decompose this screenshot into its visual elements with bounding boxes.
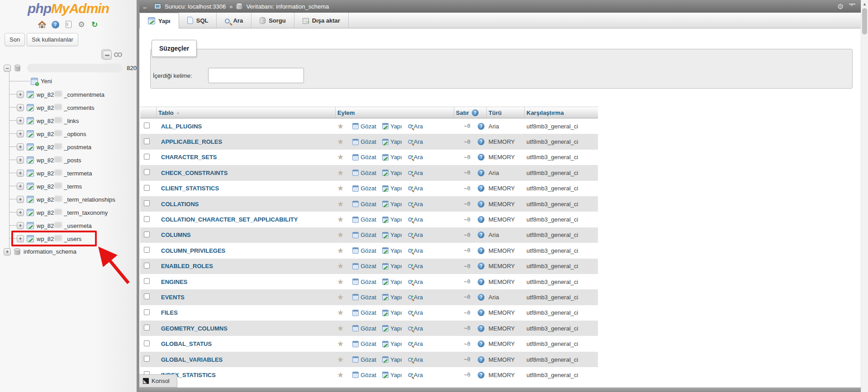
scrollbar-thumb[interactable] — [862, 8, 867, 34]
favorite-star-icon[interactable]: ★ — [337, 293, 344, 302]
table-name-link[interactable]: CHARACTER_SETS — [161, 154, 217, 161]
row-checkbox[interactable] — [144, 356, 150, 362]
row-count-help-icon[interactable]: ? — [478, 372, 484, 378]
row-count-help-icon[interactable]: ? — [478, 325, 484, 332]
search-link[interactable]: Ara — [408, 356, 423, 363]
browse-link[interactable]: Gözat — [352, 154, 376, 161]
favorite-tables-button[interactable]: Sık kullanılanlar — [27, 33, 78, 46]
row-checkbox[interactable] — [144, 293, 150, 299]
row-count-help-icon[interactable]: ? — [478, 154, 484, 161]
containing-word-input[interactable] — [208, 68, 304, 83]
rows-help-icon[interactable]: ? — [472, 109, 479, 116]
tab-sql[interactable]: SQL — [179, 13, 217, 28]
table-name-link[interactable]: CLIENT_STATISTICS — [161, 185, 219, 192]
search-link[interactable]: Ara — [408, 185, 423, 192]
search-link[interactable]: Ara — [408, 170, 423, 176]
phpmyadmin-logo[interactable]: phpMyAdmin — [0, 1, 137, 16]
row-count-help-icon[interactable]: ? — [478, 138, 484, 145]
row-count-help-icon[interactable]: ? — [478, 356, 484, 363]
table-name-link[interactable]: EVENTS — [161, 294, 185, 301]
row-checkbox[interactable] — [144, 216, 150, 222]
structure-link[interactable]: Yapı — [382, 279, 402, 285]
row-checkbox[interactable] — [144, 169, 150, 175]
favorite-star-icon[interactable]: ★ — [337, 168, 344, 178]
structure-link[interactable]: Yapı — [382, 201, 402, 208]
search-link[interactable]: Ara — [408, 123, 423, 130]
structure-link[interactable]: Yapı — [382, 185, 402, 192]
table-name-link[interactable]: COLLATION_CHARACTER_SET_APPLICABILITY — [161, 216, 298, 223]
favorite-star-icon[interactable]: ★ — [337, 277, 344, 287]
row-checkbox[interactable] — [144, 340, 150, 346]
table-name-link[interactable]: APPLICABLE_ROLES — [161, 138, 222, 145]
favorite-star-icon[interactable]: ★ — [337, 355, 344, 364]
expand-table-icon[interactable]: + — [17, 91, 24, 98]
structure-link[interactable]: Yapı — [382, 372, 402, 378]
browse-link[interactable]: Gözat — [352, 123, 376, 130]
search-link[interactable]: Ara — [408, 263, 423, 269]
structure-link[interactable]: Yapı — [382, 231, 402, 238]
collapse-database-icon[interactable]: − — [4, 65, 11, 72]
browse-link[interactable]: Gözat — [352, 201, 376, 208]
browse-link[interactable]: Gözat — [352, 309, 376, 316]
browse-link[interactable]: Gözat — [352, 185, 376, 192]
link-with-main-panel-icon[interactable] — [114, 52, 122, 59]
favorite-star-icon[interactable]: ★ — [337, 339, 344, 349]
tab-export[interactable]: Dışa aktar — [294, 13, 349, 28]
expand-table-icon[interactable]: + — [17, 143, 24, 151]
browse-link[interactable]: Gözat — [352, 279, 376, 285]
row-checkbox[interactable] — [144, 138, 150, 144]
structure-link[interactable]: Yapı — [382, 154, 402, 161]
row-checkbox[interactable] — [144, 123, 150, 128]
search-link[interactable]: Ara — [408, 309, 423, 316]
favorite-star-icon[interactable]: ★ — [337, 122, 344, 131]
hide-navigation-icon[interactable]: ← — [142, 3, 149, 10]
row-checkbox[interactable] — [144, 185, 150, 191]
expand-table-icon[interactable]: + — [17, 156, 24, 164]
row-count-help-icon[interactable]: ? — [478, 201, 484, 208]
row-checkbox[interactable] — [144, 309, 150, 315]
header-rows[interactable]: Satır? — [454, 107, 487, 118]
console-toggle[interactable]: Konsol — [139, 374, 177, 387]
page-scrollbar[interactable]: ▲ — [861, 0, 868, 392]
row-count-help-icon[interactable]: ? — [478, 123, 484, 130]
row-checkbox[interactable] — [144, 278, 150, 284]
structure-link[interactable]: Yapı — [382, 247, 402, 254]
structure-link[interactable]: Yapı — [382, 356, 402, 363]
row-count-help-icon[interactable]: ? — [478, 340, 484, 347]
home-icon[interactable] — [38, 20, 46, 28]
table-name-link[interactable]: GLOBAL_VARIABLES — [161, 356, 223, 363]
table-name-link[interactable]: ENABLED_ROLES — [161, 263, 213, 269]
expand-table-icon[interactable]: + — [17, 183, 24, 190]
expand-table-icon[interactable]: + — [17, 117, 24, 124]
browse-link[interactable]: Gözat — [352, 325, 376, 332]
row-count-help-icon[interactable]: ? — [478, 231, 484, 238]
search-link[interactable]: Ara — [408, 231, 423, 238]
favorite-star-icon[interactable]: ★ — [337, 152, 344, 162]
tree-item-information-schema[interactable]: + information_schema — [0, 245, 137, 258]
favorite-star-icon[interactable]: ★ — [337, 184, 344, 193]
tab-structure[interactable]: Yapı — [139, 13, 179, 28]
tree-item-table[interactable]: + wp_82_posts — [0, 153, 137, 166]
table-name-link[interactable]: CHECK_CONSTRAINTS — [161, 170, 228, 176]
recent-tables-button[interactable]: Son — [5, 33, 25, 46]
table-name-link[interactable]: GLOBAL_STATUS — [161, 340, 212, 347]
table-name-link[interactable]: FILES — [161, 309, 178, 316]
structure-link[interactable]: Yapı — [382, 263, 402, 269]
tree-item-table[interactable]: + wp_82_term_taxonomy — [0, 206, 137, 219]
structure-link[interactable]: Yapı — [382, 309, 402, 316]
browse-link[interactable]: Gözat — [352, 340, 376, 347]
browse-link[interactable]: Gözat — [352, 356, 376, 363]
browse-link[interactable]: Gözat — [352, 231, 376, 238]
browse-link[interactable]: Gözat — [352, 170, 376, 176]
search-link[interactable]: Ara — [408, 154, 423, 161]
row-count-help-icon[interactable]: ? — [478, 247, 484, 254]
browse-link[interactable]: Gözat — [352, 138, 376, 145]
tree-item-table[interactable]: + wp_82_comments — [0, 101, 137, 114]
search-link[interactable]: Ara — [408, 201, 423, 208]
header-collation[interactable]: Karşılaştırma — [525, 107, 598, 118]
row-count-help-icon[interactable]: ? — [478, 309, 484, 316]
row-checkbox[interactable] — [144, 200, 150, 206]
expand-table-icon[interactable]: + — [17, 104, 24, 111]
browse-link[interactable]: Gözat — [352, 247, 376, 254]
search-link[interactable]: Ara — [408, 279, 423, 285]
